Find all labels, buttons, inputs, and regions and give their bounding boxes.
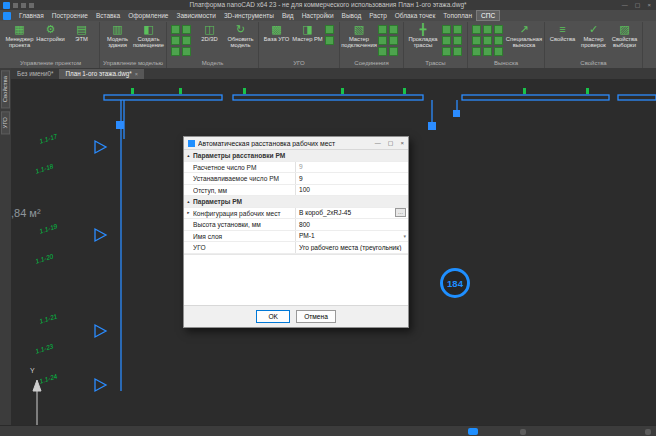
- menu-item-rastr[interactable]: Растр: [365, 11, 391, 20]
- menu-item-nastroyki[interactable]: Настройки: [298, 11, 338, 20]
- tool-icon[interactable]: [378, 36, 387, 45]
- tool-icon[interactable]: [182, 47, 191, 56]
- ribbon-group-routes: ╋ Прокладка трассы Трассы: [404, 22, 468, 68]
- tool-icon[interactable]: [171, 47, 180, 56]
- building-model-button[interactable]: ▥ Модель здания: [102, 22, 133, 48]
- menu-item-vyvod[interactable]: Вывод: [338, 11, 366, 20]
- etm-button[interactable]: ▤ ЭТМ: [66, 22, 97, 42]
- menu-item-3d-instrumenty[interactable]: 3D-инструменты: [220, 11, 278, 20]
- drawing-canvas[interactable]: 1.1-17 1.1-18 1.1-19 1.1-20 1.1-21 1.1-2…: [11, 79, 656, 425]
- dropdown-icon[interactable]: ▾: [403, 233, 406, 239]
- tool-icon[interactable]: [472, 47, 481, 56]
- tool-icon[interactable]: [442, 36, 451, 45]
- button-label: Свойства: [550, 36, 575, 42]
- workplace-wizard-button[interactable]: ◨ Мастер РМ: [292, 22, 323, 42]
- window-controls: — ▢ ×: [622, 0, 656, 10]
- property-value-input[interactable]: В короб_2хRJ-45 …: [296, 208, 408, 217]
- check-wizard-button[interactable]: ✓ Мастер проверок: [578, 22, 609, 48]
- cancel-button[interactable]: Отмена: [296, 310, 336, 323]
- expand-icon[interactable]: ▸: [184, 207, 193, 218]
- special-leader-button[interactable]: ↗ Специальная выноска: [506, 22, 542, 48]
- tool-icon[interactable]: [171, 25, 180, 34]
- browse-ellipsis-button[interactable]: …: [395, 208, 406, 217]
- close-icon[interactable]: ×: [647, 0, 651, 10]
- button-label: Прокладка трассы: [406, 36, 440, 48]
- connection-wizard-button[interactable]: ▧ Мастер подключения: [342, 22, 376, 48]
- tool-icon[interactable]: [472, 25, 481, 34]
- doc-tab-unnamed[interactable]: Без имени0*: [11, 69, 59, 79]
- tool-icon[interactable]: [453, 25, 462, 34]
- property-value-input[interactable]: РМ-1 ▾: [296, 232, 408, 239]
- 2d-3d-button[interactable]: ◫ 2D/3D: [194, 22, 225, 42]
- tool-icon[interactable]: [494, 25, 503, 34]
- section-workplace-params[interactable]: ▴ Параметры РМ: [184, 196, 408, 208]
- menu-item-vid[interactable]: Вид: [278, 11, 298, 20]
- gear-icon: ⚙: [46, 23, 56, 36]
- status-grid-icon[interactable]: [520, 429, 526, 435]
- workplace-placement-dialog: Автоматическая расстановка рабочих мест …: [183, 136, 409, 328]
- ugo-base-button[interactable]: ▩ База УГО: [261, 22, 292, 42]
- tool-icon[interactable]: [483, 36, 492, 45]
- tool-icon[interactable]: [325, 25, 334, 34]
- selection-properties-button[interactable]: ▨ Свойства выборки: [609, 22, 640, 48]
- tool-icon[interactable]: [389, 47, 398, 56]
- wall-segment: [618, 95, 656, 100]
- tool-icon-grid: [470, 22, 506, 57]
- tool-icon[interactable]: [453, 36, 462, 45]
- dialog-minimize-icon[interactable]: —: [375, 137, 381, 150]
- route-laying-button[interactable]: ╋ Прокладка трассы: [406, 22, 440, 48]
- minimize-icon[interactable]: —: [622, 0, 628, 10]
- menu-item-glavnaya[interactable]: Главная: [15, 11, 48, 20]
- tab-close-icon[interactable]: ×: [135, 69, 138, 79]
- project-manager-button[interactable]: ▦ Менеджер проекта: [4, 22, 35, 48]
- tool-icon[interactable]: [389, 25, 398, 34]
- sidebar-tab-ugo[interactable]: УГО: [1, 111, 10, 134]
- menu-item-vstavka[interactable]: Вставка: [92, 11, 124, 20]
- tool-icon[interactable]: [389, 36, 398, 45]
- create-room-button[interactable]: ◧ Создать помещение: [133, 22, 164, 48]
- tool-icon[interactable]: [472, 36, 481, 45]
- connection-wizard-icon: ▧: [354, 23, 364, 36]
- tool-icon[interactable]: [494, 36, 503, 45]
- menu-item-topoplan[interactable]: Топоплан: [439, 11, 476, 20]
- ok-button[interactable]: OK: [256, 310, 290, 323]
- tool-icon[interactable]: [171, 36, 180, 45]
- tool-icon[interactable]: [182, 36, 191, 45]
- properties-button[interactable]: ≡ Свойства: [547, 22, 578, 42]
- tool-icon[interactable]: [378, 47, 387, 56]
- tool-icon[interactable]: [494, 47, 503, 56]
- tool-icon[interactable]: [182, 25, 191, 34]
- tool-icon[interactable]: [483, 47, 492, 56]
- tool-icon[interactable]: [453, 47, 462, 56]
- menu-item-sps[interactable]: СПС: [476, 10, 500, 21]
- button-label: Обновить модель: [225, 36, 256, 48]
- menu-item-oblaka-tochek[interactable]: Облака точек: [391, 11, 440, 20]
- update-model-button[interactable]: ↻ Обновить модель: [225, 22, 256, 48]
- tool-icon[interactable]: [442, 47, 451, 56]
- dialog-title-bar[interactable]: Автоматическая расстановка рабочих мест …: [184, 137, 408, 150]
- tool-icon[interactable]: [483, 25, 492, 34]
- dialog-close-icon[interactable]: ×: [400, 137, 404, 150]
- property-value-input[interactable]: 800: [296, 221, 408, 228]
- property-value-input[interactable]: 100: [296, 186, 408, 193]
- property-value-input[interactable]: Уго рабочего места (треугольник): [296, 244, 408, 251]
- tool-icon[interactable]: [325, 36, 334, 45]
- socket-symbol: [243, 88, 246, 94]
- section-placement-params[interactable]: ▴ Параметры расстановки РМ: [184, 150, 408, 162]
- menu-item-zavisimosti[interactable]: Зависимости: [172, 11, 219, 20]
- settings-button[interactable]: ⚙ Настройки: [35, 22, 66, 42]
- tool-icon[interactable]: [378, 25, 387, 34]
- menu-item-postroenie[interactable]: Построение: [48, 11, 92, 20]
- project-manager-icon: ▦: [14, 23, 24, 36]
- tool-icon[interactable]: [442, 25, 451, 34]
- doc-tab-plan-1[interactable]: План 1-ого этажа.dwg* ×: [59, 69, 144, 79]
- collapse-icon: ▴: [184, 150, 193, 161]
- menu-item-oformlenie[interactable]: Оформление: [124, 11, 172, 20]
- property-label: УГО: [193, 242, 296, 253]
- maximize-icon[interactable]: ▢: [635, 0, 641, 10]
- dialog-maximize-icon[interactable]: ▢: [388, 137, 394, 150]
- status-indicator-icon[interactable]: [468, 428, 478, 435]
- nanocad-menu-icon[interactable]: [3, 12, 11, 20]
- property-value-input[interactable]: 9: [296, 175, 408, 182]
- sidebar-tab-properties[interactable]: Свойства: [1, 70, 10, 108]
